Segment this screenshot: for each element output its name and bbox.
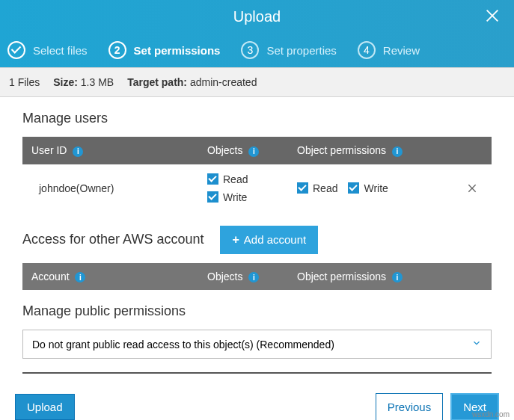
step-number-icon: 2 — [108, 41, 126, 59]
checkbox-label: Read — [313, 182, 337, 194]
col-objects: Objects — [207, 144, 242, 156]
upload-button[interactable]: Upload — [15, 394, 75, 420]
checkbox-objects-write[interactable]: Write — [207, 191, 297, 203]
step-set-properties[interactable]: 3 Set properties — [241, 41, 336, 59]
step-set-permissions[interactable]: 2 Set permissions — [108, 41, 221, 59]
checkbox-label: Write — [223, 191, 247, 203]
info-icon[interactable]: i — [248, 272, 259, 282]
previous-button[interactable]: Previous — [376, 393, 443, 420]
table-row: johndoe(Owner) Read Write Read Write — [22, 164, 492, 212]
other-account-title: Access for other AWS account — [22, 232, 204, 247]
divider — [22, 372, 492, 374]
info-icon[interactable]: i — [392, 272, 403, 282]
manage-users-title: Manage users — [22, 111, 492, 126]
step-number-icon: 3 — [241, 41, 259, 59]
step-number-icon: 4 — [358, 41, 376, 59]
checkbox-label: Write — [364, 182, 388, 194]
info-icon[interactable]: i — [248, 146, 259, 157]
watermark: wsxdn.com — [472, 410, 510, 419]
step-select-files[interactable]: Select files — [7, 41, 88, 59]
checkbox-icon — [207, 173, 218, 185]
target-value: admin-created — [190, 76, 257, 88]
info-icon[interactable]: i — [75, 272, 85, 282]
wizard-steps: Select files 2 Set permissions 3 Set pro… — [0, 33, 514, 67]
select-value: Do not grant public read access to this … — [32, 339, 334, 350]
info-icon[interactable]: i — [73, 146, 83, 157]
add-account-label: Add account — [244, 233, 306, 246]
remove-row-button[interactable] — [447, 182, 483, 194]
checkbox-permissions-read[interactable]: Read — [297, 182, 337, 194]
checkbox-icon — [297, 182, 308, 194]
info-icon[interactable]: i — [392, 146, 403, 157]
step-review[interactable]: 4 Review — [358, 41, 420, 59]
col-user-id: User ID — [31, 144, 67, 156]
checkbox-icon — [207, 191, 218, 203]
col-account: Account — [31, 271, 70, 282]
step-label: Review — [383, 44, 420, 57]
checkbox-label: Read — [223, 173, 248, 185]
files-count: 1 Files — [9, 76, 40, 88]
size-value: 1.3 MB — [81, 76, 114, 88]
close-button[interactable] — [484, 7, 501, 26]
checkbox-objects-read[interactable]: Read — [207, 173, 297, 185]
close-icon — [466, 182, 478, 194]
target-label: Target path: — [127, 76, 187, 88]
close-icon — [484, 7, 501, 24]
users-table-header: User ID i Objects i Object permissions i — [22, 137, 492, 164]
chevron-down-icon — [471, 338, 482, 350]
public-permissions-title: Manage public permissions — [22, 303, 492, 319]
plus-icon: + — [232, 233, 239, 247]
check-circle-icon — [7, 41, 25, 59]
col-objects: Objects — [207, 271, 242, 282]
checkbox-icon — [348, 182, 359, 194]
user-name: johndoe(Owner) — [31, 182, 207, 194]
step-label: Set properties — [266, 44, 336, 57]
info-bar: 1 Files Size: 1.3 MB Target path: admin-… — [0, 67, 514, 97]
add-account-button[interactable]: +Add account — [220, 226, 318, 254]
dialog-title: Upload — [233, 8, 281, 25]
public-permissions-select[interactable]: Do not grant public read access to this … — [22, 330, 492, 359]
col-object-permissions: Object permissions — [297, 271, 386, 282]
size-label: Size: — [53, 76, 78, 88]
checkbox-permissions-write[interactable]: Write — [348, 182, 388, 194]
col-object-permissions: Object permissions — [297, 144, 386, 156]
step-label: Select files — [33, 44, 88, 57]
accounts-table-header: Account i Objects i Object permissions i — [22, 263, 492, 291]
step-label: Set permissions — [134, 44, 221, 57]
